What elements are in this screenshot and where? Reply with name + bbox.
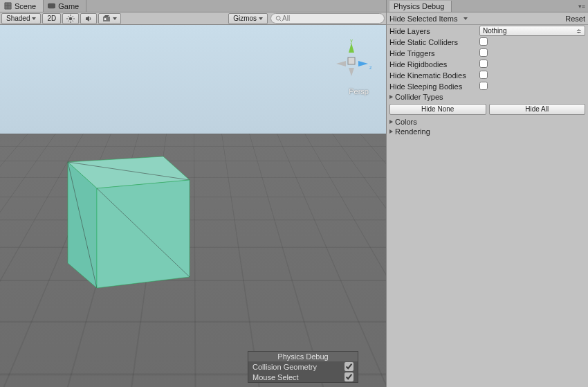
svg-point-0 <box>69 17 73 20</box>
svg-rect-19 <box>348 57 355 64</box>
tab-game-label: Game <box>58 2 79 10</box>
reset-button[interactable]: Reset <box>565 15 585 23</box>
hide-none-button[interactable]: Hide None <box>389 104 486 115</box>
svg-text:z: z <box>369 65 372 70</box>
tab-scene-label: Scene <box>15 2 36 10</box>
svg-point-11 <box>276 16 280 20</box>
hide-kinematic-checkbox[interactable] <box>479 71 488 79</box>
svg-text:y: y <box>350 39 353 44</box>
debug-cube <box>47 148 199 300</box>
overlay-collision-checkbox[interactable] <box>344 362 353 371</box>
rendering-label: Rendering <box>395 127 430 136</box>
hide-layers-dropdown[interactable]: Nothing <box>479 26 585 36</box>
overlay-mouse-checkbox[interactable] <box>344 372 353 381</box>
light-toggle-icon[interactable] <box>62 13 79 24</box>
svg-point-10 <box>104 18 107 20</box>
svg-marker-20 <box>349 43 354 53</box>
game-icon <box>48 2 55 10</box>
hide-triggers-label: Hide Triggers <box>389 49 479 57</box>
overlay-title: Physics Debug <box>248 352 358 361</box>
search-icon <box>275 15 282 22</box>
overlay-mouse-label: Mouse Select <box>252 373 299 381</box>
collider-types-label: Collider Types <box>395 93 443 101</box>
scene-search[interactable] <box>270 13 385 24</box>
colors-label: Colors <box>395 118 417 126</box>
fx-toggle-dropdown[interactable] <box>98 13 121 24</box>
svg-marker-25 <box>349 68 354 76</box>
svg-marker-22 <box>358 61 368 66</box>
tab-game[interactable]: Game <box>44 0 86 12</box>
hide-static-checkbox[interactable] <box>479 37 488 46</box>
hide-rigid-checkbox[interactable] <box>479 60 488 68</box>
svg-line-6 <box>73 20 73 21</box>
overlay-collision-label: Collision Geometry <box>252 363 317 371</box>
svg-marker-24 <box>336 61 346 66</box>
panel-menu-icon[interactable]: ▾≡ <box>578 3 585 10</box>
foldout-colors[interactable]: Colors <box>387 117 588 127</box>
scene-toolbar: Shaded 2D Gizmos <box>0 12 386 25</box>
audio-toggle-icon[interactable] <box>80 13 97 24</box>
view-tabs: Scene Game <box>0 0 386 12</box>
scene-area: Scene Game Shaded 2D Gizmos <box>0 0 387 387</box>
physics-debug-overlay: Physics Debug Collision Geometry Mouse S… <box>248 351 358 383</box>
foldout-collider-types[interactable]: Collider Types <box>387 92 588 102</box>
hide-sleeping-label: Hide Sleeping Bodies <box>389 82 479 91</box>
svg-line-5 <box>68 16 68 17</box>
hide-sleeping-checkbox[interactable] <box>479 82 488 90</box>
tab-scene[interactable]: Scene <box>0 0 44 12</box>
filter-mode-dropdown[interactable]: Hide Selected Items <box>389 15 468 23</box>
foldout-rendering[interactable]: Rendering <box>387 127 588 136</box>
hide-rigid-label: Hide Rigidbodies <box>389 60 479 69</box>
scene-search-input[interactable] <box>282 15 380 22</box>
hide-layers-label: Hide Layers <box>389 27 479 35</box>
panel-tab-label: Physics Debug <box>394 2 444 10</box>
gizmos-dropdown[interactable]: Gizmos <box>228 13 268 24</box>
tab-physics-debug[interactable]: Physics Debug <box>389 1 452 12</box>
svg-line-12 <box>280 19 282 21</box>
orientation-gizmo[interactable]: y z <box>331 39 372 80</box>
shading-mode-dropdown[interactable]: Shaded <box>1 13 41 24</box>
perspective-label: Persp <box>349 87 369 96</box>
hide-all-button[interactable]: Hide All <box>489 104 586 115</box>
svg-marker-17 <box>97 180 190 288</box>
physics-debug-panel: Physics Debug ▾≡ Hide Selected Items Res… <box>387 0 588 387</box>
scene-icon <box>4 2 12 10</box>
svg-line-8 <box>73 16 73 17</box>
hide-kinematic-label: Hide Kinematic Bodies <box>389 71 479 80</box>
svg-line-7 <box>68 20 68 21</box>
scene-viewport[interactable]: y z Persp Physics Debug Collision Geomet… <box>0 25 386 387</box>
toggle-2d-button[interactable]: 2D <box>42 13 61 24</box>
hide-triggers-checkbox[interactable] <box>479 48 488 57</box>
hide-static-label: Hide Static Colliders <box>389 38 479 46</box>
